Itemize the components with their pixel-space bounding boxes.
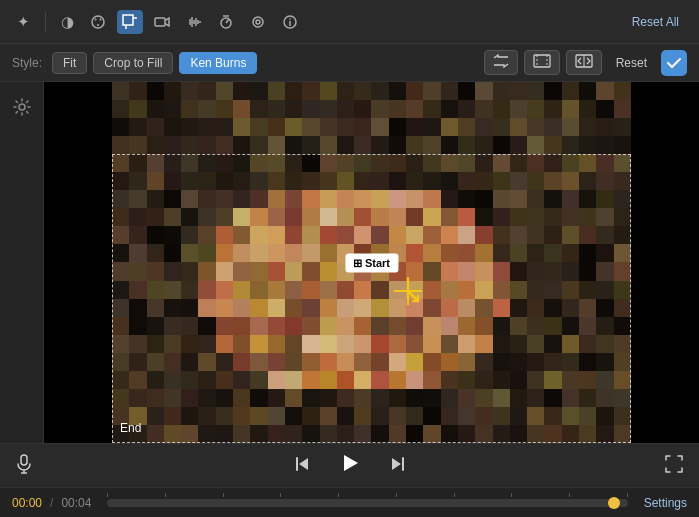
crop-to-fill-button[interactable]: Crop to Fill xyxy=(93,52,173,74)
start-label: ⊞ Start xyxy=(345,253,398,272)
mosaic-cell xyxy=(181,82,198,100)
mosaic-cell xyxy=(250,82,267,100)
mosaic-cell xyxy=(129,118,146,136)
mosaic-cell xyxy=(527,136,544,154)
mosaic-cell xyxy=(302,100,319,118)
scrubber-handle[interactable] xyxy=(608,497,620,509)
mosaic-cell xyxy=(112,136,129,154)
mosaic-cell xyxy=(181,136,198,154)
mosaic-cell xyxy=(216,136,233,154)
tick xyxy=(627,493,628,497)
mosaic-cell xyxy=(285,82,302,100)
style-right-actions: Reset xyxy=(484,50,687,76)
crop-button[interactable] xyxy=(117,10,143,34)
reset-button[interactable]: Reset xyxy=(608,53,655,73)
reset-all-button[interactable]: Reset All xyxy=(624,11,687,33)
swap-button[interactable] xyxy=(484,50,518,75)
mosaic-cell xyxy=(510,82,527,100)
audio-button[interactable] xyxy=(181,10,207,34)
mosaic-cell xyxy=(475,118,492,136)
main-area: ⊞ Start End xyxy=(0,82,699,443)
mosaic-cell xyxy=(527,100,544,118)
mosaic-cell xyxy=(181,118,198,136)
mosaic-cell xyxy=(423,118,440,136)
mosaic-cell xyxy=(423,100,440,118)
ken-burns-button[interactable]: Ken Burns xyxy=(179,52,257,74)
mosaic-cell xyxy=(441,82,458,100)
mosaic-cell xyxy=(389,82,406,100)
mosaic-cell xyxy=(510,100,527,118)
mosaic-cell xyxy=(562,136,579,154)
start-icon: ⊞ xyxy=(353,256,362,269)
mosaic-cell xyxy=(579,136,596,154)
gear-sidebar-button[interactable] xyxy=(7,92,37,125)
mosaic-cell xyxy=(112,100,129,118)
mosaic-cell xyxy=(302,82,319,100)
video-camera-button[interactable] xyxy=(149,10,175,34)
mosaic-cell xyxy=(216,100,233,118)
mosaic-cell xyxy=(337,82,354,100)
mosaic-cell xyxy=(198,82,215,100)
skip-forward-button[interactable] xyxy=(383,453,413,478)
frame-button[interactable] xyxy=(524,50,560,75)
svg-point-3 xyxy=(97,24,99,26)
tick xyxy=(454,493,455,497)
confirm-button[interactable] xyxy=(661,50,687,76)
mosaic-cell xyxy=(527,118,544,136)
mosaic-cell xyxy=(233,100,250,118)
mosaic-cell xyxy=(320,100,337,118)
mosaic-cell xyxy=(129,136,146,154)
timeline-track[interactable] xyxy=(107,499,627,507)
mosaic-cell xyxy=(198,118,215,136)
svg-marker-35 xyxy=(299,458,308,470)
mosaic-cell xyxy=(268,118,285,136)
mosaic-cell xyxy=(198,100,215,118)
tick xyxy=(223,493,224,497)
filter-button[interactable] xyxy=(245,10,271,34)
mosaic-cell xyxy=(147,118,164,136)
palette-button[interactable] xyxy=(85,10,111,34)
mosaic-cell xyxy=(475,100,492,118)
magic-wand-button[interactable]: ✦ xyxy=(12,9,35,35)
mosaic-cell xyxy=(389,118,406,136)
info-button[interactable] xyxy=(277,10,303,34)
svg-line-16 xyxy=(226,19,229,23)
ken-burns-selection-rect[interactable] xyxy=(112,154,631,443)
mosaic-cell xyxy=(302,136,319,154)
mosaic-cell xyxy=(527,82,544,100)
skip-back-button[interactable] xyxy=(287,453,317,478)
mosaic-cell xyxy=(371,82,388,100)
mosaic-cell xyxy=(458,118,475,136)
mosaic-cell xyxy=(579,82,596,100)
top-toolbar: ✦ ◑ xyxy=(0,0,699,44)
fit-button[interactable]: Fit xyxy=(52,52,87,74)
mic-button[interactable] xyxy=(16,454,32,478)
svg-rect-23 xyxy=(534,55,550,67)
mosaic-cell xyxy=(250,118,267,136)
mosaic-cell xyxy=(285,118,302,136)
mosaic-cell xyxy=(406,136,423,154)
mosaic-cell xyxy=(493,82,510,100)
settings-button[interactable]: Settings xyxy=(644,496,687,510)
mosaic-cell xyxy=(562,100,579,118)
flip-button[interactable] xyxy=(566,50,602,75)
svg-point-1 xyxy=(95,18,97,20)
mosaic-cell xyxy=(475,82,492,100)
speed-button[interactable] xyxy=(213,10,239,34)
mosaic-cell xyxy=(337,136,354,154)
play-button[interactable] xyxy=(333,450,367,481)
mosaic-cell xyxy=(354,82,371,100)
total-time: 00:04 xyxy=(61,496,91,510)
mosaic-cell xyxy=(389,100,406,118)
fullscreen-button[interactable] xyxy=(665,455,683,476)
mosaic-cell xyxy=(441,136,458,154)
preview-area: ⊞ Start End xyxy=(44,82,699,443)
mosaic-cell xyxy=(458,100,475,118)
svg-rect-4 xyxy=(123,15,133,25)
mosaic-cell xyxy=(544,100,561,118)
preview-black-left xyxy=(44,82,112,443)
mosaic-cell xyxy=(371,100,388,118)
mosaic-cell xyxy=(562,82,579,100)
color-correction-button[interactable]: ◑ xyxy=(56,9,79,35)
preview-image: ⊞ Start End xyxy=(112,82,631,443)
